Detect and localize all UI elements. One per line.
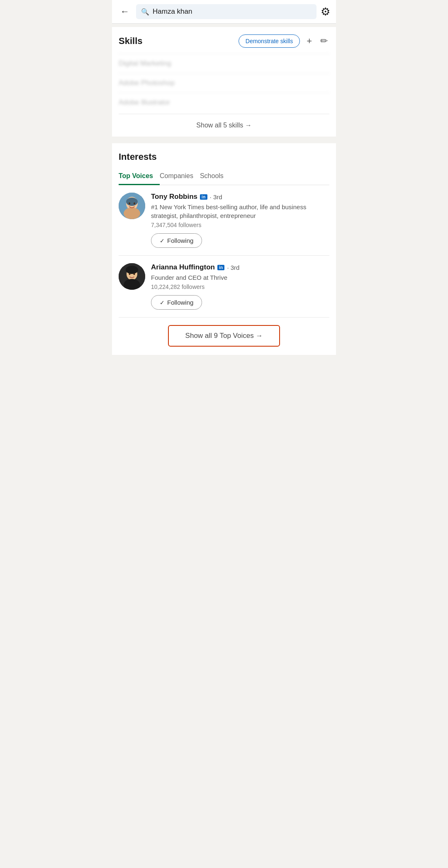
search-query-text: Hamza khan <box>153 7 192 16</box>
tab-schools[interactable]: Schools <box>200 168 230 185</box>
search-bar[interactable]: 🔍 Hamza khan <box>136 4 317 19</box>
voice-card-tony: Tony Robbins in · 3rd #1 New York Times … <box>119 185 329 256</box>
tab-companies[interactable]: Companies <box>160 168 200 185</box>
voice-name-arianna: Arianna Huffington <box>151 263 215 271</box>
demonstrate-skills-button[interactable]: Demonstrate skills <box>239 34 300 48</box>
voice-info-arianna: Arianna Huffington in · 3rd Founder and … <box>151 263 329 310</box>
voice-card-arianna: Arianna Huffington in · 3rd Founder and … <box>119 256 329 318</box>
svg-point-10 <box>129 273 131 275</box>
avatar-image-arianna <box>119 263 145 290</box>
degree-arianna: · 3rd <box>227 264 239 271</box>
skills-section: Skills Demonstrate skills + ✏ Digital Ma… <box>112 27 336 137</box>
skills-title: Skills <box>119 36 234 46</box>
degree-tony: · 3rd <box>210 193 222 200</box>
avatar-image-tony <box>119 193 145 219</box>
following-label-tony: Following <box>167 237 193 244</box>
svg-point-11 <box>134 273 135 275</box>
svg-point-5 <box>134 203 135 205</box>
skill-item: Adobe Photoshop <box>119 73 329 93</box>
show-all-voices-button[interactable]: Show all 9 Top Voices → <box>168 325 280 347</box>
arianna-avatar-svg <box>119 263 145 290</box>
tony-avatar-svg <box>119 193 145 219</box>
header: ← 🔍 Hamza khan ⚙ <box>112 0 336 24</box>
voice-followers-tony: 7,347,504 followers <box>151 222 329 228</box>
voice-name-row-arianna: Arianna Huffington in · 3rd <box>151 263 329 271</box>
section-divider-mid <box>112 137 336 140</box>
tab-top-voices[interactable]: Top Voices <box>119 168 160 185</box>
following-button-tony[interactable]: ✓ Following <box>151 233 202 248</box>
avatar-arianna[interactable] <box>119 263 145 290</box>
voice-desc-arianna: Founder and CEO at Thrive <box>151 273 329 282</box>
voice-desc-tony: #1 New York Times best-selling author, l… <box>151 203 329 220</box>
voice-name-tony: Tony Robbins <box>151 193 197 201</box>
voice-followers-arianna: 10,224,282 followers <box>151 284 329 290</box>
show-all-voices-label: Show all 9 Top Voices → <box>185 332 263 340</box>
add-skill-button[interactable]: + <box>305 35 314 47</box>
interests-tabs: Top Voices Companies Schools <box>119 168 329 185</box>
section-divider-top <box>112 24 336 27</box>
voice-info-tony: Tony Robbins in · 3rd #1 New York Times … <box>151 193 329 248</box>
show-all-skills-button[interactable]: Show all 5 skills → <box>119 114 329 137</box>
check-icon-arianna: ✓ <box>160 299 165 306</box>
check-icon-tony: ✓ <box>160 237 165 244</box>
interests-title: Interests <box>119 152 329 162</box>
skills-header: Skills Demonstrate skills + ✏ <box>119 34 329 48</box>
show-all-voices-wrapper: Show all 9 Top Voices → <box>112 318 336 355</box>
linkedin-badge-arianna: in <box>217 265 225 270</box>
skill-item: Digital Marketing <box>119 54 329 73</box>
following-label-arianna: Following <box>167 299 193 306</box>
search-icon: 🔍 <box>141 8 149 16</box>
following-button-arianna[interactable]: ✓ Following <box>151 295 202 310</box>
settings-button[interactable]: ⚙ <box>321 5 330 18</box>
svg-point-3 <box>124 208 140 219</box>
voice-name-row-tony: Tony Robbins in · 3rd <box>151 193 329 201</box>
back-button[interactable]: ← <box>118 5 132 19</box>
interests-section: Interests Top Voices Companies Schools <box>112 143 336 318</box>
avatar-tony[interactable] <box>119 193 145 219</box>
svg-point-4 <box>129 203 130 205</box>
svg-point-2 <box>126 198 138 206</box>
skill-item: Adobe Illustrator <box>119 93 329 112</box>
edit-skills-button[interactable]: ✏ <box>319 35 329 47</box>
linkedin-badge-tony: in <box>200 194 207 200</box>
